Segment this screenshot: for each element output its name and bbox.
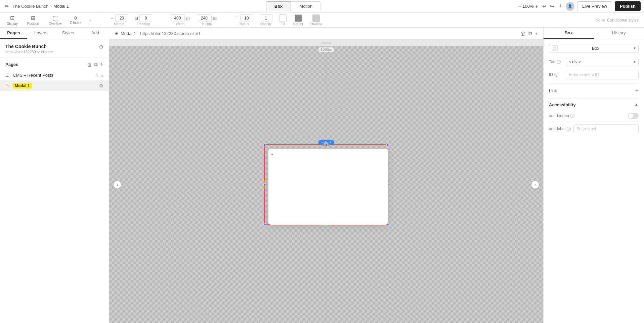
resize-handle-bl[interactable] xyxy=(263,223,266,226)
copy-page-btn[interactable]: ⧉ xyxy=(94,61,98,68)
accessibility-section: aria-hidden ? aria-label ? xyxy=(549,110,639,136)
id-help-icon[interactable]: ? xyxy=(554,73,558,77)
delete-page-btn[interactable]: 🗑 xyxy=(87,61,92,68)
border-swatch[interactable] xyxy=(295,14,302,22)
box-tag-selector[interactable]: □ Box ▾ xyxy=(549,44,639,52)
aria-label-help[interactable]: ? xyxy=(567,127,571,131)
fill-prop: Fill xyxy=(279,14,287,26)
aria-hidden-label: aria-hidden ? xyxy=(549,113,574,118)
aria-hidden-toggle[interactable] xyxy=(628,113,639,119)
zoom-value: 100% xyxy=(522,4,533,9)
canvas-area: ⊞ Modal 1 https://blue132230.studio.site… xyxy=(109,28,543,323)
resize-handle-ml[interactable] xyxy=(263,183,266,186)
overflow-icon: ⬚ xyxy=(53,15,58,21)
page-item-cms[interactable]: ☰ CMS – Recent Posts /cms xyxy=(0,70,109,80)
publish-btn[interactable]: Publish xyxy=(615,1,641,11)
zoom-out-btn[interactable]: − xyxy=(518,4,521,9)
border-label: Border xyxy=(293,22,303,26)
zindex-label: Z-Index xyxy=(70,21,81,25)
width-prop: px Width xyxy=(170,14,190,26)
padding-input[interactable] xyxy=(139,14,152,22)
add-page-btn[interactable]: + xyxy=(558,2,563,10)
page-name-cms: CMS – Recent Posts xyxy=(13,73,94,78)
tag-prop-row: Tag ? < div > ▾ xyxy=(549,58,639,66)
tag-value-selector[interactable]: < div > ▾ xyxy=(566,58,639,66)
tag-value: < div > xyxy=(569,60,581,64)
top-bar-center: Box Motion xyxy=(71,1,516,11)
modal-inner xyxy=(268,149,388,225)
redo-btn[interactable]: ↪ xyxy=(549,3,556,10)
site-settings-btn[interactable]: ⚙ xyxy=(99,44,103,50)
width-unit: px xyxy=(186,16,190,20)
zoom-in-btn[interactable]: + xyxy=(535,4,538,9)
aria-label-input[interactable] xyxy=(573,124,639,133)
tab-add[interactable]: Add xyxy=(82,28,109,39)
modal-element[interactable]: <div> xyxy=(264,144,388,225)
canvas-add-btn[interactable]: + xyxy=(535,30,538,36)
radius-input[interactable] xyxy=(240,14,253,22)
tab-motion[interactable]: Motion xyxy=(291,1,321,11)
canvas-scroll[interactable]: 1050px ‹ › <div> xyxy=(109,46,543,323)
undo-btn[interactable]: ↩ xyxy=(541,3,548,10)
margin-input[interactable] xyxy=(115,14,128,22)
chevron-more-btn[interactable]: › xyxy=(88,17,92,24)
tab-pages[interactable]: Pages xyxy=(0,28,27,39)
margin-label: Margin xyxy=(114,22,124,26)
display-btn[interactable]: ⊡ Display xyxy=(5,14,19,26)
resize-handle-tl[interactable] xyxy=(263,144,266,146)
right-tab-history[interactable]: History xyxy=(594,28,644,39)
height-prop: px Height xyxy=(197,14,217,26)
conditional-none-label: None xyxy=(595,18,605,23)
pages-header: Pages 🗑 ⧉ + xyxy=(0,58,109,70)
breadcrumb: The Cookie Bunch > Modal 1 xyxy=(12,4,69,9)
width-label: Width xyxy=(176,22,184,26)
tab-box[interactable]: Box xyxy=(266,1,291,11)
edit-icon-btn[interactable]: ✏ xyxy=(3,3,10,10)
aria-label-label: aria-label ? xyxy=(549,127,571,131)
breadcrumb-site[interactable]: The Cookie Bunch xyxy=(12,4,48,9)
toolbar-sep-2 xyxy=(161,15,161,25)
id-label: ID ? xyxy=(549,72,566,77)
expand-right-btn[interactable]: › xyxy=(531,181,539,189)
position-btn[interactable]: ⊞ Position xyxy=(26,14,41,26)
border-prop: Border xyxy=(293,14,303,26)
breadcrumb-sep1: > xyxy=(50,4,52,9)
canvas-delete-btn[interactable]: 🗑 xyxy=(521,30,526,36)
page-item-modal1[interactable]: ⊞ Modal 1 ⚙ xyxy=(0,80,109,91)
box-tag-label: Box xyxy=(592,46,599,51)
avatar[interactable]: 👤 xyxy=(566,2,574,11)
width-input[interactable] xyxy=(170,14,185,22)
resize-handle-tr[interactable] xyxy=(386,144,389,146)
pages-actions: 🗑 ⧉ + xyxy=(87,61,103,68)
opacity-input[interactable] xyxy=(260,14,272,22)
box-tag-icon: □ xyxy=(552,45,558,51)
tab-layers[interactable]: Layers xyxy=(27,28,54,39)
canvas-copy-btn[interactable]: ⧉ xyxy=(528,30,532,36)
site-name: The Cookie Bunch xyxy=(5,44,53,49)
height-input[interactable] xyxy=(197,14,212,22)
aria-hidden-help[interactable]: ? xyxy=(570,114,574,118)
link-label: Link xyxy=(549,88,557,93)
canvas-page-icon: ⊞ xyxy=(115,31,119,36)
box-tag-row: □ Box ▾ xyxy=(549,44,639,52)
link-section-header: Link + xyxy=(549,83,639,97)
radius-prop: ⌒ Radius xyxy=(235,14,253,26)
shadow-swatch[interactable] xyxy=(312,14,320,22)
page-slug-cms: /cms xyxy=(96,73,103,77)
add-page-btn[interactable]: + xyxy=(100,61,103,68)
right-panel-content: □ Box ▾ Tag ? < div > ▾ xyxy=(544,39,644,323)
tag-help-icon[interactable]: ? xyxy=(557,60,561,64)
live-preview-btn[interactable]: Live Preview xyxy=(577,1,612,11)
id-prop-row: ID ? xyxy=(549,70,639,79)
accessibility-toggle-btn[interactable]: ▲ xyxy=(634,102,639,107)
fill-swatch[interactable] xyxy=(279,14,287,22)
overflow-btn[interactable]: ⬚ Overflow xyxy=(47,14,63,26)
link-add-btn[interactable]: + xyxy=(635,87,639,94)
resize-handle-tm[interactable] xyxy=(325,144,328,146)
id-input[interactable] xyxy=(566,70,639,79)
collapse-left-btn[interactable]: ‹ xyxy=(113,181,121,189)
right-tab-box[interactable]: Box xyxy=(544,28,594,39)
modal1-settings-btn[interactable]: ⚙ xyxy=(99,83,103,88)
tab-styles[interactable]: Styles xyxy=(54,28,82,39)
canvas-page-name: Modal 1 xyxy=(121,31,136,36)
